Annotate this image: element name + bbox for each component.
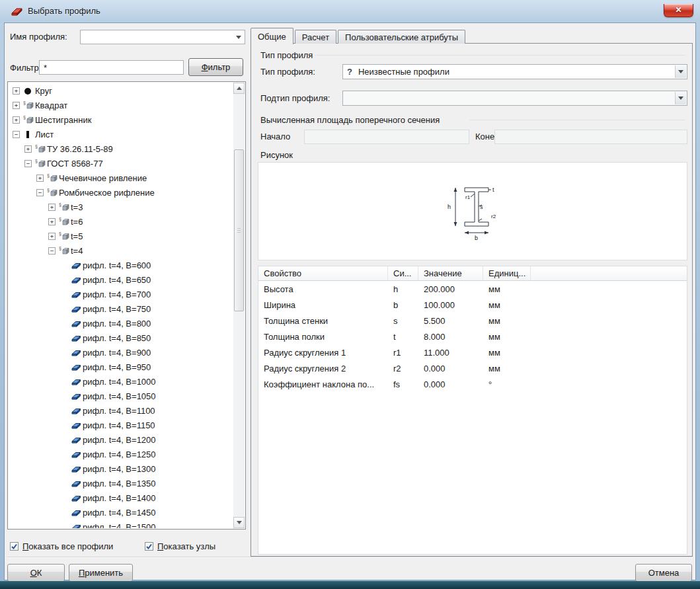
- table-row[interactable]: Радиус скругления 1r111.000мм: [258, 344, 687, 360]
- tree-item[interactable]: рифл. t=4, B=1000: [9, 374, 233, 389]
- plate-icon: [71, 304, 83, 313]
- tree-item[interactable]: рифл. t=4, B=950: [9, 360, 233, 374]
- table-row[interactable]: Толщина стенкиs5.500мм: [258, 313, 687, 329]
- table-cell: Коэффициент наклона по...: [258, 379, 388, 389]
- svg-text:s: s: [480, 204, 483, 210]
- tree-item[interactable]: рифл. t=4, B=800: [9, 316, 233, 331]
- profile-tree[interactable]: +Круг+§Квадрат+§Шестигранник−Лист+§ТУ 36…: [7, 81, 246, 530]
- dropdown-arrow-icon[interactable]: [233, 31, 244, 43]
- tree-item[interactable]: рифл. t=4, B=900: [9, 345, 233, 360]
- column-header[interactable]: Свойство: [258, 266, 388, 280]
- plate-icon: [71, 275, 83, 284]
- end-area-input: [494, 130, 687, 144]
- tab-user-attributes[interactable]: Пользовательские атрибуты: [338, 30, 465, 44]
- tree-item[interactable]: рифл. t=4, B=1100: [9, 403, 233, 418]
- tree-item[interactable]: +§t=3: [9, 200, 233, 214]
- scroll-up-icon[interactable]: [233, 83, 245, 94]
- tree-item[interactable]: −§Ромбическое рифление: [9, 185, 233, 200]
- table-cell: 100.000: [418, 300, 483, 310]
- tree-item[interactable]: рифл. t=4, B=1400: [9, 491, 233, 505]
- tree-item[interactable]: +§t=6: [9, 214, 233, 229]
- expand-icon[interactable]: +: [24, 145, 32, 153]
- expand-icon[interactable]: +: [36, 175, 44, 182]
- table-row[interactable]: Толщина полкиt8.000мм: [258, 329, 687, 344]
- ok-button[interactable]: ОК: [7, 564, 65, 582]
- tree-item[interactable]: рифл. t=4, B=1200: [9, 432, 233, 447]
- tree-item[interactable]: +§Шестигранник: [9, 112, 233, 127]
- collapse-icon[interactable]: −: [13, 131, 20, 138]
- profile-type-label: Тип профиля:: [260, 67, 315, 77]
- scroll-down-icon[interactable]: [233, 517, 245, 528]
- tree-item[interactable]: рифл. t=4, B=600: [9, 258, 233, 272]
- table-cell: Ширина: [258, 300, 388, 310]
- tab-analysis[interactable]: Расчет: [295, 30, 336, 44]
- tree-item[interactable]: рифл. t=4, B=1500: [9, 520, 233, 528]
- tree-item[interactable]: рифл. t=4, B=1300: [9, 461, 233, 476]
- property-table-header: СвойствоСи...ЗначениеЕдиниц...: [258, 266, 687, 281]
- expand-icon[interactable]: +: [48, 218, 56, 225]
- tree-item[interactable]: −§ГОСТ 8568-77: [9, 156, 233, 171]
- tree-item[interactable]: рифл. t=4, B=850: [9, 331, 233, 345]
- close-button[interactable]: ✕: [664, 4, 693, 17]
- tree-item[interactable]: +§ТУ 36.26.11-5-89: [9, 141, 233, 156]
- column-header[interactable]: Единиц...: [483, 266, 531, 280]
- column-header[interactable]: Си...: [388, 266, 418, 280]
- show-nodes-checkbox[interactable]: Показать узлы: [145, 541, 215, 551]
- checkbox-checked-icon[interactable]: [145, 542, 153, 551]
- table-row[interactable]: Радиус скругления 2r20.000мм: [258, 360, 687, 376]
- expand-icon[interactable]: +: [48, 204, 56, 211]
- tree-item[interactable]: рифл. t=4, B=1050: [9, 389, 233, 403]
- tree-item-label: рифл. t=4, B=900: [83, 348, 151, 358]
- tree-item[interactable]: рифл. t=4, B=1450: [9, 505, 233, 520]
- plate-icon: [71, 479, 83, 488]
- svg-text:§: §: [59, 246, 61, 251]
- checkbox-checked-icon[interactable]: [10, 542, 19, 551]
- title-bar[interactable]: Выбрать профиль ✕: [0, 0, 700, 22]
- tree-item[interactable]: −Лист: [9, 127, 233, 141]
- show-all-profiles-checkbox[interactable]: Показать все профили: [10, 541, 113, 551]
- table-row[interactable]: Коэффициент наклона по...fs0.000°: [258, 376, 687, 392]
- profile-subtype-combobox[interactable]: [342, 91, 687, 106]
- column-header[interactable]: Значение: [418, 266, 483, 280]
- collapse-icon[interactable]: −: [36, 189, 44, 196]
- expand-icon[interactable]: +: [13, 116, 20, 124]
- tree-scrollbar[interactable]: [233, 83, 245, 528]
- tree-item[interactable]: −§t=4: [9, 243, 233, 258]
- tree-item-label: рифл. t=4, B=1100: [83, 406, 155, 416]
- expand-icon[interactable]: +: [48, 233, 56, 240]
- tree-item-label: рифл. t=4, B=800: [83, 319, 151, 329]
- tree-item[interactable]: рифл. t=4, B=1150: [9, 418, 233, 432]
- profile-name-combobox[interactable]: [80, 30, 245, 44]
- table-row[interactable]: Высотаh200.000мм: [258, 281, 687, 297]
- tree-item[interactable]: рифл. t=4, B=650: [9, 272, 233, 287]
- tree-item[interactable]: рифл. t=4, B=1350: [9, 476, 233, 491]
- tree-item[interactable]: рифл. t=4, B=750: [9, 301, 233, 316]
- tree-item[interactable]: +§t=5: [9, 229, 233, 243]
- tab-general[interactable]: Общие: [251, 28, 293, 44]
- footer-divider: [7, 557, 693, 557]
- apply-button[interactable]: Применить: [69, 564, 133, 582]
- tree-item[interactable]: +§Квадрат: [9, 98, 233, 112]
- tree-item[interactable]: рифл. t=4, B=1250: [9, 447, 233, 461]
- tree-item[interactable]: +Круг: [9, 83, 233, 98]
- scrollbar-thumb[interactable]: [234, 149, 244, 311]
- plate-icon: [71, 391, 83, 401]
- cancel-button[interactable]: Отмена: [635, 564, 692, 582]
- tree-item[interactable]: рифл. t=4, B=700: [9, 287, 233, 301]
- tree-item[interactable]: +§Чечевичное ривление: [9, 171, 233, 185]
- dropdown-arrow-icon[interactable]: [675, 65, 686, 78]
- dropdown-arrow-icon[interactable]: [675, 92, 686, 104]
- tree-item-label: t=3: [71, 202, 83, 212]
- collapse-icon[interactable]: −: [24, 160, 32, 167]
- column-header[interactable]: [531, 266, 687, 280]
- filter-button[interactable]: Фильтр: [188, 58, 243, 76]
- table-row[interactable]: Ширинаb100.000мм: [258, 297, 687, 313]
- filter-input[interactable]: *: [39, 60, 184, 75]
- profile-type-combobox[interactable]: ? Неизвестные профили: [342, 64, 687, 79]
- table-cell: Толщина полки: [258, 332, 388, 342]
- plate-icon: [71, 450, 83, 459]
- expand-icon[interactable]: +: [13, 102, 20, 109]
- expand-icon[interactable]: +: [13, 87, 20, 95]
- tree-item-label: Чечевичное ривление: [59, 173, 147, 183]
- collapse-icon[interactable]: −: [48, 247, 56, 255]
